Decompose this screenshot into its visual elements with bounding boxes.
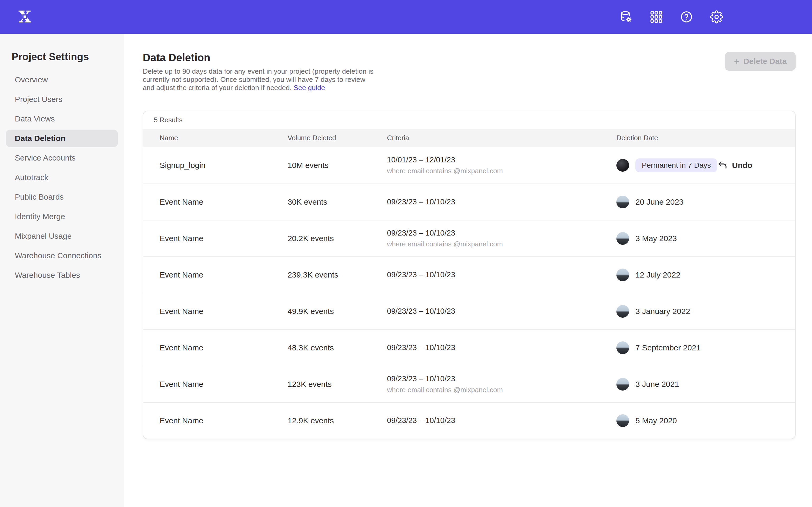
sidebar-item-service-accounts[interactable]: Service Accounts — [6, 149, 118, 167]
sidebar-item-overview[interactable]: Overview — [6, 71, 118, 89]
deletion-date-text: 3 May 2023 — [636, 234, 677, 243]
row-volume: 123K events — [288, 380, 387, 389]
table-row: Event Name 48.3K events 09/23/23 – 10/10… — [143, 329, 795, 366]
row-name: Event Name — [160, 234, 288, 243]
row-name: Event Name — [160, 416, 288, 425]
criteria-range: 09/23/23 – 10/10/23 — [387, 416, 616, 425]
avatar — [616, 414, 629, 427]
table-row: Event Name 20.2K events 09/23/23 – 10/10… — [143, 220, 795, 257]
row-volume: 239.3K events — [288, 270, 387, 279]
row-deletion-date: 7 September 2021 — [616, 341, 795, 354]
avatar — [616, 196, 629, 208]
table-row: Signup_login 10M events 10/01/23 – 12/01… — [143, 147, 795, 183]
deletion-date-text: 3 June 2021 — [636, 380, 679, 389]
row-deletion-date: Permanent in 7 Days Undo — [616, 158, 795, 172]
sidebar-item-project-users[interactable]: Project Users — [6, 91, 118, 108]
criteria-filter: where email contains @mixpanel.com — [387, 240, 616, 248]
row-deletion-date: 3 January 2022 — [616, 305, 795, 318]
undo-arrow-icon — [717, 160, 728, 171]
row-name: Signup_login — [160, 161, 288, 170]
criteria-range: 09/23/23 – 10/10/23 — [387, 270, 616, 279]
row-name: Event Name — [160, 307, 288, 316]
table-row: Event Name 239.3K events 09/23/23 – 10/1… — [143, 257, 795, 293]
sidebar-item-mixpanel-usage[interactable]: Mixpanel Usage — [6, 227, 118, 245]
delete-data-button[interactable]: + Delete Data — [725, 52, 796, 71]
main-content: Data Deletion Delete up to 90 days data … — [124, 34, 812, 507]
avatar — [616, 232, 629, 245]
mixpanel-logo[interactable]: X — [13, 6, 37, 27]
deletion-date-text: 7 September 2021 — [636, 343, 701, 352]
row-deletion-date: 3 May 2023 — [616, 232, 795, 245]
criteria-range: 09/23/23 – 10/10/23 — [387, 307, 616, 316]
sidebar: Project Settings Overview Project Users … — [0, 34, 124, 507]
topbar-icon-group — [619, 10, 812, 24]
logo-core-square — [23, 15, 26, 18]
column-header-deletion-date: Deletion Date — [616, 134, 795, 142]
status-badge: Permanent in 7 Days — [636, 158, 717, 172]
deletion-date-text: 5 May 2020 — [636, 416, 677, 425]
undo-button[interactable]: Undo — [717, 160, 752, 171]
sidebar-item-autotrack[interactable]: Autotrack — [6, 169, 118, 186]
criteria-range: 09/23/23 – 10/10/23 — [387, 229, 616, 237]
table-row: Event Name 30K events 09/23/23 – 10/10/2… — [143, 183, 795, 220]
see-guide-link[interactable]: See guide — [294, 84, 325, 92]
sidebar-item-warehouse-connections[interactable]: Warehouse Connections — [6, 247, 118, 264]
sidebar-item-data-views[interactable]: Data Views — [6, 110, 118, 127]
row-volume: 12.9K events — [288, 416, 387, 425]
sidebar-item-public-boards[interactable]: Public Boards — [6, 188, 118, 206]
row-name: Event Name — [160, 380, 288, 389]
results-count: 5 Results — [143, 111, 795, 129]
row-criteria: 09/23/23 – 10/10/23 where email contains… — [387, 229, 616, 248]
sidebar-title: Project Settings — [12, 51, 124, 63]
sidebar-item-identity-merge[interactable]: Identity Merge — [6, 208, 118, 225]
row-criteria: 09/23/23 – 10/10/23 — [387, 343, 616, 352]
plus-icon: + — [734, 57, 739, 66]
table-row: Event Name 123K events 09/23/23 – 10/10/… — [143, 366, 795, 402]
avatar — [616, 159, 629, 172]
table-row: Event Name 49.9K events 09/23/23 – 10/10… — [143, 293, 795, 329]
row-deletion-date: 20 June 2023 — [616, 196, 795, 208]
row-volume: 48.3K events — [288, 343, 387, 352]
sidebar-nav: Overview Project Users Data Views Data D… — [0, 71, 124, 284]
row-name: Event Name — [160, 270, 288, 279]
settings-gear-icon[interactable] — [709, 10, 724, 24]
sidebar-item-data-deletion[interactable]: Data Deletion — [6, 130, 118, 147]
row-deletion-date: 3 June 2021 — [616, 378, 795, 391]
page-description: Delete up to 90 days data for any event … — [143, 67, 377, 92]
deletion-date-text: 12 July 2022 — [636, 270, 680, 279]
criteria-range: 09/23/23 – 10/10/23 — [387, 198, 616, 206]
row-criteria: 10/01/23 – 12/01/23 where email contains… — [387, 156, 616, 175]
avatar — [616, 269, 629, 281]
apps-grid-icon[interactable] — [649, 10, 663, 24]
criteria-filter: where email contains @mixpanel.com — [387, 167, 616, 175]
top-navigation-bar: X — [0, 0, 812, 34]
page-title: Data Deletion — [143, 52, 796, 64]
sidebar-item-warehouse-tables[interactable]: Warehouse Tables — [6, 267, 118, 284]
row-deletion-date: 5 May 2020 — [616, 414, 795, 427]
row-volume: 20.2K events — [288, 234, 387, 243]
column-header-volume-deleted: Volume Deleted — [288, 134, 387, 142]
deletion-date-text: 20 June 2023 — [636, 198, 683, 207]
delete-data-label: Delete Data — [744, 57, 786, 66]
deletion-table-card: 5 Results Name Volume Deleted Criteria D… — [143, 111, 796, 439]
criteria-range: 10/01/23 – 12/01/23 — [387, 156, 616, 164]
row-criteria: 09/23/23 – 10/10/23 — [387, 270, 616, 279]
data-management-icon[interactable] — [619, 10, 633, 24]
table-header-row: Name Volume Deleted Criteria Deletion Da… — [143, 129, 795, 147]
row-criteria: 09/23/23 – 10/10/23 — [387, 307, 616, 316]
avatar — [616, 378, 629, 391]
row-volume: 10M events — [288, 161, 387, 170]
row-name: Event Name — [160, 343, 288, 352]
row-name: Event Name — [160, 198, 288, 207]
row-criteria: 09/23/23 – 10/10/23 — [387, 198, 616, 206]
deletion-date-text: 3 January 2022 — [636, 307, 690, 316]
criteria-range: 09/23/23 – 10/10/23 — [387, 375, 616, 383]
help-icon[interactable] — [679, 10, 694, 24]
criteria-filter: where email contains @mixpanel.com — [387, 386, 616, 394]
table-row: Event Name 12.9K events 09/23/23 – 10/10… — [143, 402, 795, 439]
column-header-criteria: Criteria — [387, 134, 616, 142]
description-text: Delete up to 90 days data for any event … — [143, 67, 373, 92]
avatar — [616, 341, 629, 354]
row-criteria: 09/23/23 – 10/10/23 — [387, 416, 616, 425]
row-volume: 49.9K events — [288, 307, 387, 316]
